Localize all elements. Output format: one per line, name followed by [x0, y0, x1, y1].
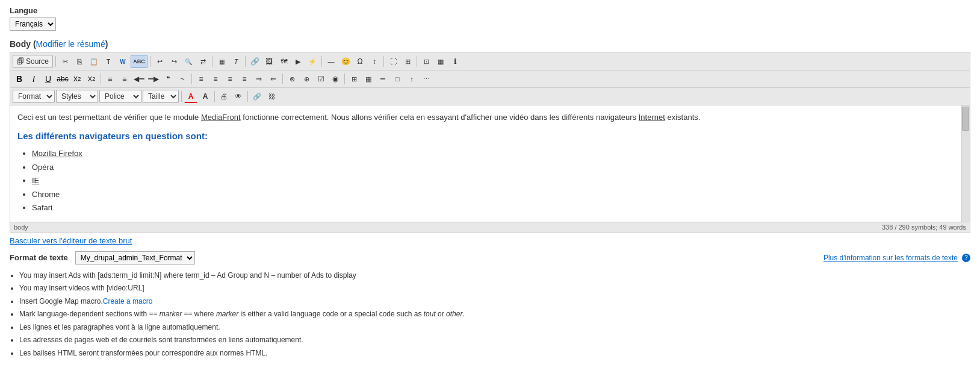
- unlink-button[interactable]: ⛓: [265, 90, 278, 103]
- redo-button[interactable]: ↪: [167, 55, 181, 68]
- plus-info-link[interactable]: Plus d'information sur les formats de te…: [823, 254, 958, 262]
- format-select[interactable]: Format: [13, 90, 55, 103]
- media-button[interactable]: ▶: [291, 55, 305, 68]
- align-left-button[interactable]: ≡: [194, 72, 208, 86]
- cell-props-button[interactable]: □: [391, 72, 404, 86]
- internet-link[interactable]: Internet: [639, 113, 665, 122]
- separator: [344, 74, 345, 84]
- copy-button[interactable]: ⎘: [73, 55, 86, 68]
- italic-button[interactable]: I: [27, 72, 40, 86]
- styles-select[interactable]: Styles: [56, 90, 98, 103]
- subscript-button[interactable]: X2: [70, 72, 84, 86]
- paste-word-button[interactable]: W: [116, 55, 129, 68]
- maximize-button[interactable]: ⛶: [386, 55, 400, 68]
- justify-button[interactable]: ≡: [238, 72, 251, 86]
- image-button[interactable]: 🖼: [262, 55, 276, 68]
- separator: [247, 91, 248, 102]
- strikethrough-button[interactable]: abc: [56, 72, 69, 86]
- langue-select[interactable]: Français English: [10, 17, 56, 31]
- scroll-thumb[interactable]: [962, 107, 969, 131]
- separator: [150, 56, 150, 67]
- unordered-list-button[interactable]: ≡: [118, 72, 131, 86]
- blockquote-button[interactable]: ❝: [161, 72, 175, 86]
- special-char-button[interactable]: Ω: [353, 55, 367, 68]
- cut-button[interactable]: ✂: [58, 55, 72, 68]
- show-blocks-button[interactable]: ⊞: [401, 55, 414, 68]
- separator: [181, 91, 182, 102]
- paste-text-button[interactable]: T: [102, 55, 115, 68]
- horizontal-rule-button[interactable]: —: [324, 55, 338, 68]
- firefox-text: Mozilla Firefox: [32, 149, 82, 158]
- indent-button[interactable]: ═▶: [147, 72, 160, 86]
- format-texte-select[interactable]: My_drupal_admin_Text_Format: [75, 251, 195, 265]
- remove-format-button[interactable]: T: [229, 55, 243, 68]
- smiley-button[interactable]: 😊: [339, 55, 352, 68]
- bg-color-button[interactable]: A: [199, 90, 212, 103]
- row-props-button[interactable]: ═: [376, 72, 389, 86]
- dir-rtl-button[interactable]: ⇐: [267, 72, 280, 86]
- browser-list: Mozilla Firefox Opéra IE Chrome Safari: [32, 148, 963, 214]
- separator: [55, 56, 56, 67]
- list-item-opera: Opéra: [32, 161, 963, 174]
- outdent-button[interactable]: ◀═: [132, 72, 146, 86]
- list-item-chrome: Chrome: [32, 189, 963, 201]
- text-color-button[interactable]: A: [184, 90, 197, 103]
- spell-button[interactable]: ABC: [131, 55, 147, 68]
- mediafront-link[interactable]: MediaFront: [201, 113, 241, 122]
- insert-table-button[interactable]: ⊞: [347, 72, 361, 86]
- source-button[interactable]: 🗐 Source: [13, 55, 53, 68]
- help-icon[interactable]: ?: [962, 254, 970, 262]
- about-button[interactable]: ℹ: [448, 55, 462, 68]
- editor-wrapper: 🗐 Source ✂ ⎘ 📋 T W ABC ↩ ↪ 🔍 ⇄ ▦ T 🔗 🖼 🗺…: [10, 52, 970, 233]
- replace-button[interactable]: ⇄: [196, 55, 209, 68]
- align-center-button[interactable]: ≡: [209, 72, 222, 86]
- list-item-ie: IE: [32, 175, 963, 187]
- list-item-safari: Safari: [32, 202, 963, 214]
- separator: [282, 74, 283, 84]
- info-item-7: Les balises HTML seront transformées pou…: [19, 347, 970, 360]
- drupal2-button[interactable]: ⊕: [300, 72, 313, 86]
- autocorrect-button[interactable]: ~: [176, 72, 189, 86]
- align-right-button[interactable]: ≡: [223, 72, 237, 86]
- table2-button[interactable]: ▦: [434, 55, 447, 68]
- font-select[interactable]: Police: [99, 90, 141, 103]
- image2-button[interactable]: 🗺: [277, 55, 290, 68]
- ordered-list-button[interactable]: ≡: [104, 72, 117, 86]
- ie-text: IE: [32, 176, 39, 185]
- checkbox-button[interactable]: ☑: [314, 72, 327, 86]
- flash-button[interactable]: ⚡: [306, 55, 319, 68]
- radio-button[interactable]: ◉: [329, 72, 342, 86]
- bold-button[interactable]: B: [13, 72, 26, 86]
- toolbar-row-1: 🗐 Source ✂ ⎘ 📋 T W ABC ↩ ↪ 🔍 ⇄ ▦ T 🔗 🖼 🗺…: [10, 53, 970, 70]
- paste-button[interactable]: 📋: [87, 55, 101, 68]
- separator: [245, 56, 246, 67]
- editor-content-area[interactable]: Ceci est un test permettant de vérifier …: [10, 105, 970, 222]
- size-select[interactable]: Taille: [143, 90, 179, 103]
- drupal-break-button[interactable]: ⊗: [285, 72, 299, 86]
- table-button[interactable]: ⊡: [420, 55, 433, 68]
- superscript-button[interactable]: X2: [85, 72, 98, 86]
- modifier-resume-link[interactable]: Modifier le résumé: [36, 39, 105, 49]
- create-macro-link[interactable]: Create a macro: [103, 297, 153, 305]
- scroll-track[interactable]: [961, 105, 970, 222]
- basculer-link[interactable]: Basculer vers l'éditeur de texte brut: [10, 236, 132, 245]
- insert-row-before[interactable]: ↑: [405, 72, 418, 86]
- separator: [212, 56, 212, 67]
- print-button[interactable]: 🖨: [217, 90, 231, 103]
- page-break-button[interactable]: ↕: [368, 55, 381, 68]
- link-button[interactable]: 🔗: [248, 55, 261, 68]
- table-props-button[interactable]: ▦: [362, 72, 375, 86]
- link3-button[interactable]: 🔗: [250, 90, 264, 103]
- dir-ltr-button[interactable]: ⇒: [252, 72, 265, 86]
- content-paragraph: Ceci est un test permettant de vérifier …: [17, 111, 963, 124]
- find-button[interactable]: 🔍: [182, 55, 195, 68]
- undo-button[interactable]: ↩: [153, 55, 166, 68]
- select-all-button[interactable]: ▦: [215, 55, 228, 68]
- info-item-2: You may insert videos with [video:URL]: [19, 282, 970, 295]
- toolbar-row-2: B I U abc X2 X2 ≡ ≡ ◀═ ═▶ ❝ ~ ≡ ≡ ≡ ≡ ⇒ …: [10, 70, 970, 88]
- underline-button[interactable]: U: [42, 72, 55, 86]
- preview-button[interactable]: 👁: [232, 90, 245, 103]
- extra-button[interactable]: ⋯: [420, 72, 433, 86]
- format-texte-label: Format de texte: [10, 253, 68, 262]
- page-icon: 🗐: [17, 57, 24, 66]
